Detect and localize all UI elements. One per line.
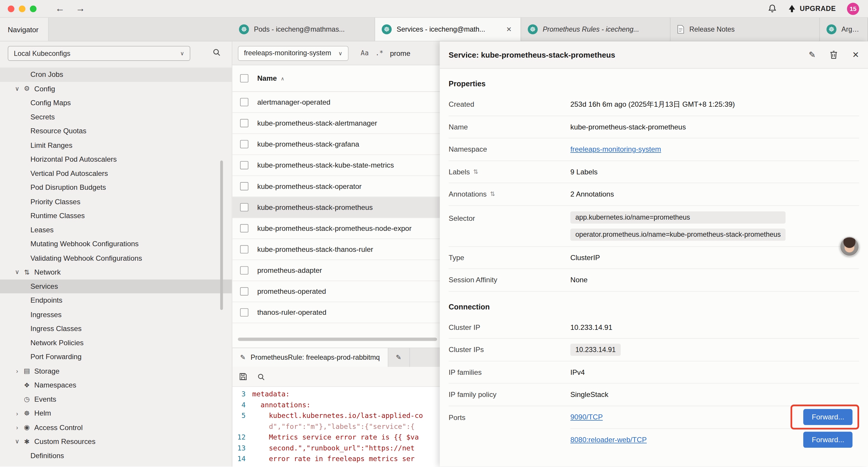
chevron-right-icon[interactable]: ›	[13, 424, 21, 431]
sidebar-item-config[interactable]: ∨⚙Config	[0, 82, 232, 96]
tab-pods[interactable]: ☸ Pods - icecheng@mathmas...	[232, 18, 375, 41]
kubeconfig-selector[interactable]: Local Kubeconfigs ∨	[8, 46, 190, 61]
editor-search-icon[interactable]	[257, 373, 265, 380]
name-column-header[interactable]: Name	[257, 74, 277, 83]
sidebar-item-helm[interactable]: ›☸Helm	[0, 406, 232, 420]
notification-count-badge[interactable]: 15	[847, 2, 859, 14]
forward-button[interactable]: Forward...	[804, 432, 852, 448]
row-checkbox[interactable]	[240, 224, 248, 232]
row-checkbox[interactable]	[240, 140, 248, 148]
sidebar-item-label: Access Control	[34, 423, 83, 432]
sidebar-item-label: Storage	[34, 367, 59, 375]
sidebar-item-custom-resources[interactable]: ∨✱Custom Resources	[0, 435, 232, 449]
sidebar-item-runtime-classes[interactable]: Runtime Classes	[0, 209, 232, 223]
close-window-button[interactable]	[8, 5, 14, 12]
sidebar-item-limit-ranges[interactable]: Limit Ranges	[0, 138, 232, 152]
row-checkbox[interactable]	[240, 308, 248, 317]
sidebar-item-validating-webhook-configurations[interactable]: Validating Webhook Configurations	[0, 251, 232, 265]
sidebar-item-network[interactable]: ∨⇅Network	[0, 265, 232, 279]
row-checkbox[interactable]	[240, 119, 248, 127]
port-link[interactable]: 9090/TCP	[570, 413, 603, 421]
dock-tab-next[interactable]: ✎	[388, 348, 410, 367]
chevron-down-icon: ∨	[338, 50, 342, 56]
sidebar-item-resource-quotas[interactable]: Resource Quotas	[0, 124, 232, 138]
type-row: Type ClusterIP	[449, 246, 859, 269]
notifications-bell-icon[interactable]	[768, 4, 776, 13]
sidebar-item-definitions[interactable]: Definitions	[0, 449, 232, 463]
delete-icon[interactable]	[830, 50, 838, 59]
port-link[interactable]: 8080:reloader-web/TCP	[570, 436, 647, 444]
sidebar-item-services[interactable]: Services	[0, 279, 232, 293]
sidebar-item-label: Horizontal Pod Autoscalers	[30, 155, 117, 164]
match-case-toggle[interactable]: Aa	[361, 49, 369, 57]
sidebar-item-secrets[interactable]: Secrets	[0, 110, 232, 124]
sidebar-item-vertical-pod-autoscalers[interactable]: Vertical Pod Autoscalers	[0, 167, 232, 181]
row-checkbox[interactable]	[240, 287, 248, 296]
edit-icon[interactable]: ✎	[809, 50, 816, 60]
table-scrollbar[interactable]	[238, 338, 437, 341]
close-icon[interactable]: ✕	[852, 50, 859, 60]
regex-toggle[interactable]: .*	[375, 49, 383, 57]
search-icon[interactable]	[212, 48, 221, 59]
sidebar-item-leases[interactable]: Leases	[0, 223, 232, 237]
sidebar-item-events[interactable]: ◷Events	[0, 392, 232, 406]
sidebar-item-namespaces[interactable]: ❖Namespaces	[0, 378, 232, 392]
row-checkbox[interactable]	[240, 161, 248, 169]
tab-release-notes[interactable]: Release Notes	[670, 18, 820, 41]
tab-prometheus-rules[interactable]: ☸ Prometheus Rules - icecheng...	[521, 18, 671, 41]
sidebar-item-endpoints[interactable]: Endpoints	[0, 293, 232, 308]
sidebar-item-access-control[interactable]: ›◉Access Control	[0, 420, 232, 435]
sidebar-item-ingresses[interactable]: Ingresses	[0, 308, 232, 322]
sort-updown-icon[interactable]: ⇅	[473, 168, 478, 175]
sidebar-item-pod-disruption-budgets[interactable]: Pod Disruption Budgets	[0, 180, 232, 195]
row-checkbox[interactable]	[240, 182, 248, 191]
tab-services[interactable]: ☸ Services - icecheng@math... ✕	[375, 18, 521, 41]
row-checkbox[interactable]	[240, 98, 248, 106]
tab-argo[interactable]: ☸ Argo S	[820, 18, 868, 41]
row-checkbox[interactable]	[240, 203, 248, 211]
main-area: Local Kubeconfigs ∨ Cron Jobs ∨⚙Config C…	[0, 41, 868, 466]
forward-button[interactable]: Forward...	[804, 409, 852, 425]
upgrade-button[interactable]: UPGRADE	[788, 4, 836, 13]
row-checkbox[interactable]	[240, 266, 248, 274]
row-label: Cluster IP	[449, 323, 570, 331]
chevron-right-icon[interactable]: ›	[13, 410, 21, 416]
access-control-icon: ◉	[22, 424, 32, 431]
forward-icon[interactable]: →	[76, 4, 85, 13]
chevron-down-icon[interactable]: ∨	[13, 438, 21, 445]
select-all-checkbox[interactable]	[240, 74, 248, 83]
namespace-selector[interactable]: freeleaps-monitoring-system ∨	[238, 46, 348, 61]
close-tab-icon[interactable]: ✕	[504, 24, 514, 34]
zoom-window-button[interactable]	[30, 5, 36, 12]
sidebar-item-label: Secrets	[30, 113, 55, 121]
chevron-down-icon[interactable]: ∨	[13, 269, 21, 276]
chevron-right-icon[interactable]: ›	[13, 368, 21, 374]
sidebar-item-network-policies[interactable]: Network Policies	[0, 336, 232, 350]
back-icon[interactable]: ←	[55, 4, 65, 13]
chevron-down-icon[interactable]: ∨	[13, 85, 21, 92]
row-checkbox[interactable]	[240, 245, 248, 254]
dock-tab-prometheusrule[interactable]: ✎ PrometheusRule: freeleaps-prod-rabbitm…	[232, 348, 388, 367]
search-input[interactable]	[390, 49, 440, 57]
save-icon[interactable]	[239, 372, 247, 381]
sidebar-item-storage[interactable]: ›▤Storage	[0, 364, 232, 378]
service-name: thanos-ruler-operated	[257, 308, 327, 317]
avatar[interactable]	[840, 237, 859, 256]
service-name: kube-prometheus-stack-grafana	[257, 140, 359, 148]
line-number: 14	[232, 454, 252, 464]
sidebar-item-cron-jobs[interactable]: Cron Jobs	[0, 67, 232, 82]
namespace-link[interactable]: freeleaps-monitoring-system	[570, 145, 661, 153]
sidebar-scrollbar[interactable]	[220, 160, 223, 310]
service-name: kube-prometheus-stack-thanos-ruler	[257, 245, 373, 254]
sidebar-item-mutating-webhook-configurations[interactable]: Mutating Webhook Configurations	[0, 237, 232, 251]
app-window: ← → UPGRADE 15 Navigator ☸ Pods - iceche…	[0, 0, 868, 467]
sort-updown-icon[interactable]: ⇅	[490, 191, 495, 198]
sidebar-item-priority-classes[interactable]: Priority Classes	[0, 195, 232, 209]
sidebar-item-ingress-classes[interactable]: Ingress Classes	[0, 322, 232, 336]
sidebar-item-port-forwarding[interactable]: Port Forwarding	[0, 350, 232, 364]
sidebar-item-horizontal-pod-autoscalers[interactable]: Horizontal Pod Autoscalers	[0, 152, 232, 167]
minimize-window-button[interactable]	[19, 5, 25, 12]
tab-bar: Navigator ☸ Pods - icecheng@mathmas... ☸…	[0, 18, 868, 42]
sidebar-item-label: Limit Ranges	[30, 141, 72, 149]
sidebar-item-config-maps[interactable]: Config Maps	[0, 96, 232, 110]
